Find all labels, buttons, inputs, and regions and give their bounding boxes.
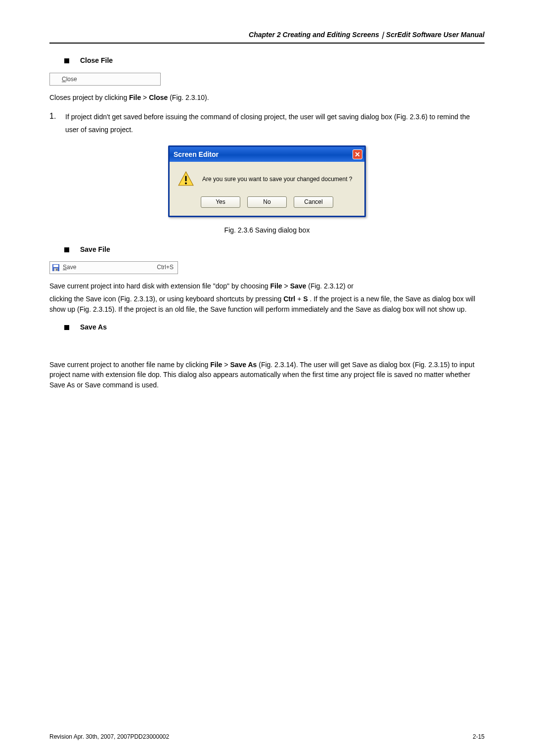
svg-point-2 bbox=[185, 183, 187, 185]
bullet-icon bbox=[64, 325, 69, 330]
dialog-title: Screen Editor bbox=[174, 149, 219, 159]
yes-button[interactable]: Yes bbox=[201, 196, 240, 208]
text-close: Close bbox=[149, 94, 168, 101]
footer-left: Revision Apr. 30th, 2007, 2007PDD2300000… bbox=[49, 733, 169, 741]
page-footer: Revision Apr. 30th, 2007, 2007PDD2300000… bbox=[49, 733, 485, 741]
list-number: 1. bbox=[49, 110, 56, 137]
warning-icon bbox=[178, 171, 194, 188]
svg-rect-4 bbox=[53, 265, 58, 267]
cancel-button[interactable]: Cancel bbox=[294, 196, 333, 208]
svg-rect-1 bbox=[185, 176, 187, 182]
text: Save current project to another file nam… bbox=[49, 361, 210, 369]
dialog-buttons: Yes No Cancel bbox=[170, 192, 364, 216]
text: Closes project by clicking bbox=[49, 94, 129, 101]
close-file-description: Closes project by clicking File > Close … bbox=[49, 93, 485, 102]
text: Save As bbox=[230, 361, 257, 369]
save-file-heading-label: Save File bbox=[80, 244, 110, 254]
text: (Fig. 2.3.10). bbox=[170, 94, 209, 101]
menu-item-close[interactable]: Close bbox=[49, 73, 161, 86]
text-file: File bbox=[129, 94, 141, 101]
dialog-content: Are you sure you want to save your chang… bbox=[170, 162, 364, 192]
bullet-icon bbox=[64, 58, 69, 63]
page-header: Chapter 2 Creating and Editing Screens｜S… bbox=[49, 30, 485, 44]
save-file-heading: Save File bbox=[64, 244, 485, 254]
text: (Fig. 2.3.12) or bbox=[308, 282, 354, 290]
text: clicking the Save icon (Fig. 2.3.13), or… bbox=[49, 295, 283, 303]
floppy-icon bbox=[52, 264, 60, 272]
screen-editor-dialog: Screen Editor ✕ Are you sure you want to… bbox=[168, 145, 366, 217]
save-as-heading-label: Save As bbox=[80, 322, 107, 332]
figure-caption: Fig. 2.3.6 Saving dialog box bbox=[49, 225, 485, 235]
text: + bbox=[297, 295, 303, 303]
list-text: If project didn't get saved before issui… bbox=[65, 110, 485, 137]
text: S bbox=[303, 295, 308, 303]
spacer bbox=[49, 339, 485, 356]
save-as-description: Save current project to another file nam… bbox=[49, 360, 485, 390]
text: File bbox=[210, 361, 222, 369]
dialog-figure: Screen Editor ✕ Are you sure you want to… bbox=[49, 145, 485, 217]
text: Save current project into hard disk with… bbox=[49, 282, 270, 290]
text: Ctrl bbox=[283, 295, 295, 303]
text: > bbox=[224, 361, 230, 369]
close-file-heading-label: Close File bbox=[80, 55, 113, 65]
menu-item-save[interactable]: Save Ctrl+S bbox=[49, 261, 178, 274]
save-file-p2: clicking the Save icon (Fig. 2.3.13), or… bbox=[49, 294, 485, 314]
no-button[interactable]: No bbox=[247, 196, 287, 208]
menu-item-save-shortcut: Ctrl+S bbox=[157, 263, 174, 272]
text: Save bbox=[290, 282, 307, 290]
numbered-list-item: 1. If project didn't get saved before is… bbox=[49, 110, 485, 137]
svg-rect-6 bbox=[56, 269, 57, 271]
menu-item-close-label: Close bbox=[62, 76, 77, 83]
bullet-icon bbox=[64, 247, 69, 252]
save-file-p1: Save current project into hard disk with… bbox=[49, 281, 485, 291]
save-as-heading: Save As bbox=[64, 322, 485, 332]
footer-right: 2-15 bbox=[473, 733, 485, 741]
dialog-titlebar: Screen Editor ✕ bbox=[170, 147, 364, 162]
dialog-message: Are you sure you want to save your chang… bbox=[202, 175, 353, 184]
text: > bbox=[143, 94, 149, 101]
close-file-heading: Close File bbox=[64, 55, 485, 65]
text: File bbox=[270, 282, 282, 290]
menu-item-save-label: Save bbox=[63, 263, 76, 272]
text: > bbox=[284, 282, 290, 290]
close-icon[interactable]: ✕ bbox=[353, 149, 362, 159]
